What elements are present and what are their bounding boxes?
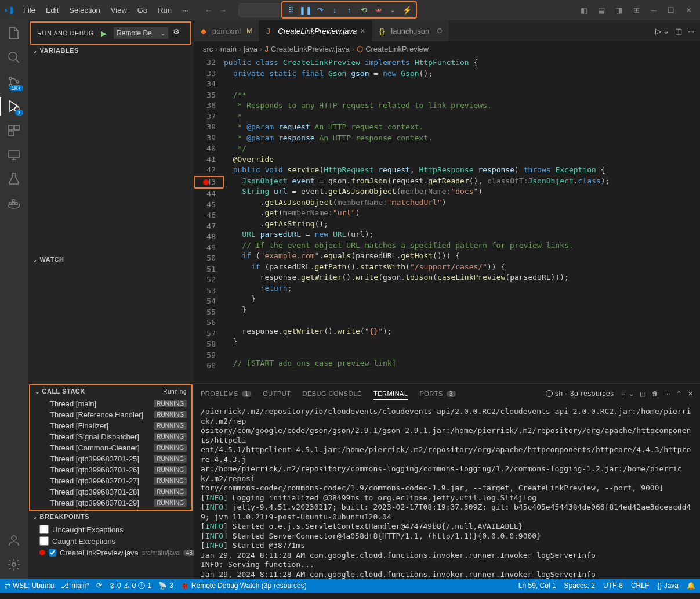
- ptab-debug-console[interactable]: DEBUG CONSOLE: [302, 388, 361, 399]
- source-control-icon[interactable]: 1K+: [6, 74, 22, 90]
- search-icon[interactable]: [6, 49, 22, 66]
- remote-explorer-icon[interactable]: [6, 147, 22, 163]
- thread-row[interactable]: Thread [qtp399683701-25]RUNNING: [30, 453, 191, 464]
- breakpoint-row[interactable]: Caught Exceptions: [28, 535, 194, 547]
- breadcrumb[interactable]: src› main› java› JCreateLinkPreview.java…: [194, 41, 700, 56]
- run-file-icon[interactable]: ▷ ⌄: [655, 27, 670, 35]
- docker-icon[interactable]: [6, 196, 22, 212]
- sb-debug[interactable]: 🐞 Remote Debug Watch (3p-resources): [180, 582, 307, 590]
- svg-rect-8: [9, 150, 19, 157]
- split-editor-icon[interactable]: ◫: [675, 27, 682, 35]
- settings-gear-icon[interactable]: [6, 557, 22, 573]
- menu-view[interactable]: View: [106, 3, 132, 17]
- sb-remote[interactable]: ⇄ WSL: Ubuntu: [5, 582, 54, 590]
- start-debug-icon[interactable]: ▶: [99, 28, 109, 38]
- breakpoint-checkbox[interactable]: [39, 536, 49, 546]
- variables-header[interactable]: ⌄VARIABLES: [28, 45, 194, 56]
- thread-row[interactable]: Thread [qtp399683701-26]RUNNING: [30, 464, 191, 475]
- ptab-problems[interactable]: PROBLEMS1: [201, 388, 251, 399]
- minimize-icon[interactable]: ─: [647, 3, 661, 17]
- tab-createlinkpreview[interactable]: JCreateLinkPreview.java×: [259, 20, 372, 41]
- explorer-icon[interactable]: [6, 25, 22, 41]
- drag-handle-icon[interactable]: ⠿: [285, 3, 298, 16]
- close-tab-icon[interactable]: ×: [360, 26, 365, 35]
- thread-row[interactable]: Thread [qtp399683701-27]RUNNING: [30, 475, 191, 486]
- sb-branch[interactable]: ⎇ main*: [61, 582, 89, 590]
- maximize-panel-icon[interactable]: ⌃: [676, 390, 682, 398]
- maximize-icon[interactable]: ☐: [664, 3, 678, 17]
- testing-icon[interactable]: [6, 171, 22, 187]
- thread-row[interactable]: Thread [qtp399683701-29]RUNNING: [30, 497, 191, 508]
- layout-left-icon[interactable]: ◧: [577, 3, 591, 17]
- layout-right-icon[interactable]: ◨: [612, 3, 626, 17]
- debug-config-select[interactable]: Remote De⌄: [114, 27, 168, 39]
- tab-pom[interactable]: ◆pom.xmlM: [194, 20, 259, 41]
- nav-back-icon[interactable]: ←: [205, 6, 212, 15]
- menu-run[interactable]: Run: [153, 3, 176, 17]
- debug-settings-icon[interactable]: ⚙: [173, 27, 184, 39]
- scm-badge: 1K+: [9, 85, 23, 91]
- menu-edit[interactable]: Edit: [41, 3, 63, 17]
- terminal-select[interactable]: sh - 3p-resources: [546, 389, 614, 398]
- breakpoint-row[interactable]: Uncaught Exceptions: [28, 524, 194, 535]
- bottom-panel: PROBLEMS1 OUTPUT DEBUG CONSOLE TERMINAL …: [194, 383, 700, 579]
- line-gutter[interactable]: 3233343536373839404142434445464748495051…: [194, 56, 224, 383]
- menu-go[interactable]: Go: [133, 3, 152, 17]
- close-icon[interactable]: ✕: [681, 3, 695, 17]
- breakpoint-row[interactable]: CreateLinkPreview.javasrc/main/java43: [28, 547, 194, 558]
- sb-cursor[interactable]: Ln 59, Col 1: [518, 582, 556, 590]
- tab-launch[interactable]: {}launch.json: [372, 20, 449, 41]
- sb-spaces[interactable]: Spaces: 2: [564, 582, 595, 590]
- more-terminal-icon[interactable]: ···: [664, 390, 670, 397]
- ptab-ports[interactable]: PORTS3: [420, 388, 456, 399]
- thread-row[interactable]: Thread [Common-Cleaner]RUNNING: [30, 442, 191, 453]
- thread-row[interactable]: Thread [Finalizer]RUNNING: [30, 420, 191, 431]
- panel-actions: sh - 3p-resources ＋ ⌄ ◫ 🗑 ··· ⌃ ✕: [546, 389, 693, 398]
- customize-layout-icon[interactable]: ⊞: [629, 3, 643, 17]
- chevron-down-icon[interactable]: ⌄: [386, 3, 399, 16]
- ptab-terminal[interactable]: TERMINAL: [373, 388, 408, 400]
- layout-bottom-icon[interactable]: ⬓: [594, 3, 608, 17]
- thread-row[interactable]: Thread [Signal Dispatcher]RUNNING: [30, 431, 191, 442]
- menu-file[interactable]: File: [19, 3, 40, 17]
- pause-icon[interactable]: ❚❚: [299, 3, 312, 16]
- nav-forward-icon[interactable]: →: [219, 6, 227, 15]
- run-debug-icon[interactable]: 1: [6, 98, 22, 114]
- terminal-content[interactable]: /pierrick/.m2/repository/io/cloudevents/…: [194, 403, 700, 579]
- disconnect-icon[interactable]: ⚮: [372, 3, 385, 16]
- sb-eol[interactable]: CRLF: [631, 582, 649, 590]
- sb-notifications-icon[interactable]: 🔔: [687, 582, 695, 590]
- command-center[interactable]: [238, 3, 285, 17]
- sb-ports[interactable]: 📡 3: [158, 582, 173, 590]
- thread-row[interactable]: Thread [Reference Handler]RUNNING: [30, 409, 191, 420]
- thread-row[interactable]: Thread [main]RUNNING: [30, 398, 191, 409]
- step-out-icon[interactable]: ↑: [343, 3, 356, 16]
- watch-header[interactable]: ⌄WATCH: [28, 254, 194, 265]
- sb-encoding[interactable]: UTF-8: [603, 582, 623, 590]
- thread-row[interactable]: Thread [qtp399683701-28]RUNNING: [30, 486, 191, 497]
- menu-selection[interactable]: Selection: [64, 3, 104, 17]
- restart-icon[interactable]: ⟲: [357, 3, 370, 16]
- sb-errors[interactable]: ⊘ 0 ⚠ 0 ⓘ 1: [109, 581, 151, 591]
- extensions-icon[interactable]: [6, 122, 22, 139]
- step-into-icon[interactable]: ↓: [328, 3, 341, 16]
- breakpoints-header[interactable]: ⌄BREAKPOINTS: [28, 511, 194, 522]
- accounts-icon[interactable]: [6, 532, 22, 549]
- new-terminal-icon[interactable]: ＋ ⌄: [620, 389, 634, 398]
- kill-terminal-icon[interactable]: 🗑: [652, 390, 659, 397]
- sb-sync[interactable]: ⟳: [96, 582, 102, 590]
- editor[interactable]: 3233343536373839404142434445464748495051…: [194, 56, 700, 383]
- step-over-icon[interactable]: ↷: [314, 3, 327, 16]
- breakpoint-checkbox[interactable]: [39, 525, 49, 534]
- sb-language[interactable]: {} Java: [657, 582, 679, 590]
- breakpoint-checkbox[interactable]: [49, 548, 56, 557]
- ptab-output[interactable]: OUTPUT: [263, 388, 291, 399]
- close-panel-icon[interactable]: ✕: [688, 390, 694, 398]
- code-content[interactable]: public class CreateLinkPreview implement…: [224, 56, 642, 383]
- minimap[interactable]: [642, 56, 700, 383]
- hot-reload-icon[interactable]: ⚡: [401, 3, 414, 16]
- split-terminal-icon[interactable]: ◫: [640, 390, 646, 398]
- menu-more[interactable]: ···: [177, 3, 193, 17]
- callstack-header[interactable]: ⌄CALL STACKRunning: [30, 385, 191, 397]
- more-actions-icon[interactable]: ···: [688, 27, 694, 35]
